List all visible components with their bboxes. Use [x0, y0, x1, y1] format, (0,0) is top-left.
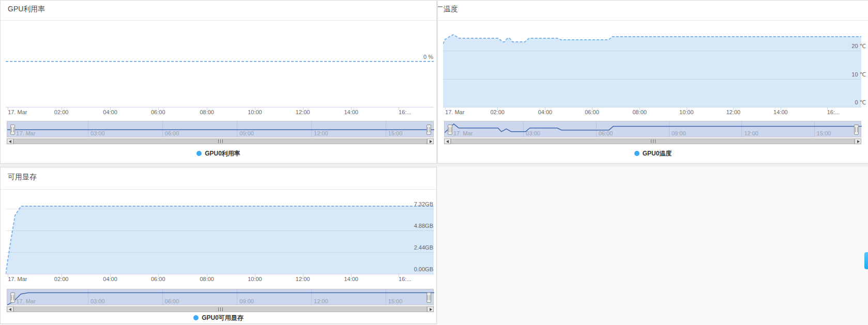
- scrollbar-grip-icon[interactable]: [651, 140, 656, 143]
- x-axis-label: 12:00: [296, 109, 310, 115]
- navigator-label: 15:00: [817, 130, 831, 136]
- scrollbar-grip-icon[interactable]: [218, 140, 223, 143]
- x-axis-label: 02:00: [54, 276, 69, 282]
- empty-region: [437, 167, 868, 325]
- navigator-label: 03:00: [90, 130, 105, 136]
- x-axis-label: 16:...: [399, 276, 411, 282]
- plot-area[interactable]: 7.32GB4.88GB2.44GB0.00GB17. Mar02:0004:0…: [6, 190, 434, 274]
- navigator[interactable]: 17. Mar03:0006:0009:0012:0015:00: [7, 121, 434, 137]
- x-axis-label: 14:00: [773, 109, 788, 115]
- navigator-label: 06:00: [165, 298, 179, 304]
- navigator-label: 03:00: [90, 298, 105, 304]
- series-graphic: [443, 21, 861, 107]
- panel-drag-dash-icon: [438, 6, 443, 7]
- scrollbar-right-arrow-icon[interactable]: [427, 306, 434, 312]
- x-axis-label: 14:00: [344, 276, 358, 282]
- scrollbar[interactable]: [7, 306, 434, 312]
- legend-item[interactable]: GPU0可用显存: [1, 314, 436, 321]
- legend-label: GPU0可用显存: [202, 314, 243, 322]
- scrollbar[interactable]: [7, 138, 434, 144]
- x-axis-label: 08:00: [200, 276, 214, 282]
- legend-label: GPU0温度: [643, 149, 672, 158]
- panel-gpu-utilization: GPU利用率0 %17. Mar02:0004:0006:0008:0010:0…: [0, 0, 437, 164]
- navigator-right-handle[interactable]: [854, 125, 859, 135]
- x-axis-label: 08:00: [200, 109, 214, 115]
- scrollbar-grip-icon[interactable]: [218, 307, 223, 311]
- floating-action-tab[interactable]: [864, 252, 868, 269]
- chart-title: 温度: [444, 5, 458, 14]
- x-axis-label: 04:00: [103, 276, 117, 282]
- panel-gpu-temperature: 温度20 ℃10 ℃0 ℃17. Mar02:0004:0006:0008:00…: [437, 0, 868, 164]
- y-axis-label: 4.88GB: [414, 223, 433, 229]
- title-separator: [1, 20, 436, 21]
- navigator-label: 17. Mar: [16, 130, 35, 136]
- x-axis-label: 12:00: [726, 109, 741, 115]
- legend-label: GPU0利用率: [205, 149, 240, 158]
- y-axis-label: 2.44GB: [414, 244, 433, 251]
- y-axis-label: 0 ℃: [855, 99, 866, 106]
- series-graphic: [7, 289, 434, 306]
- title-separator: [1, 189, 436, 190]
- navigator-label: 12:00: [314, 130, 328, 136]
- navigator-right-handle[interactable]: [427, 125, 431, 135]
- scrollbar-left-arrow-icon[interactable]: [7, 138, 13, 144]
- navigator-label: 17. Mar: [453, 130, 473, 136]
- x-axis-label: 17. Mar: [8, 109, 27, 115]
- x-axis-label: 04:00: [103, 109, 117, 115]
- series-graphic: [6, 21, 434, 107]
- series-graphic: [7, 121, 434, 138]
- scrollbar[interactable]: [444, 138, 861, 144]
- legend-marker-icon: [193, 315, 199, 320]
- navigator[interactable]: 17. Mar03:0006:0009:0012:0015:00: [444, 121, 861, 137]
- y-axis-label: 0.00GB: [414, 266, 433, 272]
- y-axis-label: 10 ℃: [851, 71, 866, 78]
- series-graphic: [445, 121, 862, 138]
- x-axis-label: 06:00: [585, 109, 599, 115]
- panel-gpu-free-memory: 可用显存7.32GB4.88GB2.44GB0.00GB17. Mar02:00…: [0, 167, 437, 324]
- navigator-left-handle[interactable]: [448, 125, 452, 135]
- navigator-left-handle[interactable]: [10, 125, 15, 135]
- x-axis-label: 10:00: [679, 109, 694, 115]
- chart-title: 可用显存: [8, 173, 37, 182]
- navigator-right-handle[interactable]: [427, 292, 431, 303]
- legend-item[interactable]: GPU0利用率: [1, 150, 436, 157]
- x-axis-label: 16:...: [827, 109, 840, 115]
- y-axis-label: 0 %: [423, 54, 433, 60]
- x-axis-label: 14:00: [344, 109, 358, 115]
- legend-item[interactable]: GPU0温度: [438, 150, 868, 157]
- x-axis-label: 10:00: [248, 109, 262, 115]
- x-axis-label: 04:00: [538, 109, 553, 115]
- navigator-label: 03:00: [526, 130, 540, 136]
- navigator-label: 06:00: [165, 130, 179, 136]
- navigator-left-handle[interactable]: [10, 292, 15, 303]
- scrollbar-left-arrow-icon[interactable]: [7, 306, 13, 312]
- navigator-label: 12:00: [744, 130, 758, 136]
- x-axis-label: 06:00: [151, 276, 165, 282]
- x-axis-label: 02:00: [54, 109, 69, 115]
- x-axis-line: [443, 107, 861, 107]
- navigator-label: 09:00: [239, 298, 254, 304]
- plot-area[interactable]: 0 %17. Mar02:0004:0006:0008:0010:0012:00…: [6, 21, 434, 107]
- navigator-label: 17. Mar: [16, 298, 35, 304]
- scrollbar-right-arrow-icon[interactable]: [855, 138, 861, 144]
- scrollbar-left-arrow-icon[interactable]: [444, 138, 451, 144]
- x-axis-line: [6, 107, 434, 107]
- x-axis-label: 17. Mar: [8, 276, 27, 282]
- x-axis-label: 06:00: [151, 109, 165, 115]
- y-axis-label: 7.32GB: [414, 201, 433, 207]
- title-separator: [438, 20, 868, 21]
- x-axis-line: [6, 274, 434, 274]
- navigator-label: 12:00: [314, 298, 328, 304]
- series-graphic: [6, 190, 434, 274]
- x-axis-label: 12:00: [296, 276, 310, 282]
- x-axis-label: 02:00: [490, 109, 505, 115]
- navigator-label: 06:00: [599, 130, 613, 136]
- plot-area[interactable]: 20 ℃10 ℃0 ℃17. Mar02:0004:0006:0008:0010…: [443, 21, 861, 107]
- navigator-label: 15:00: [388, 298, 403, 304]
- navigator-label: 09:00: [672, 130, 686, 136]
- y-axis-label: 20 ℃: [851, 43, 866, 50]
- scrollbar-right-arrow-icon[interactable]: [427, 138, 434, 144]
- navigator-label: 15:00: [388, 130, 403, 136]
- x-axis-label: 17. Mar: [445, 109, 464, 115]
- navigator[interactable]: 17. Mar03:0006:0009:0012:0015:00: [7, 289, 434, 305]
